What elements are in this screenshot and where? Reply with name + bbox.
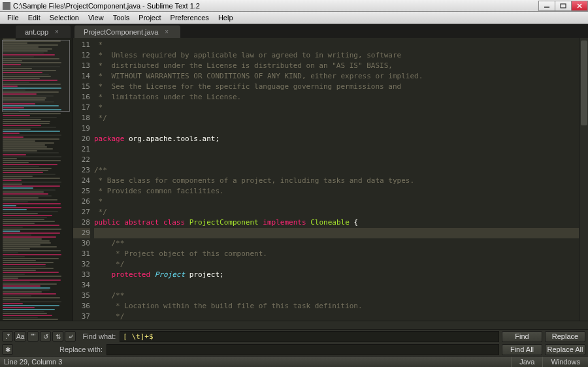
code-line[interactable] [94, 155, 579, 165]
window-title: C:\Sample Files\ProjectComponent.java - … [13, 2, 539, 10]
find-replace-panel: .*Aa""↺⇅⤶ Find what: Find Replace ✱ Repl… [0, 329, 588, 356]
code-line[interactable]: * Location within the build file of this… [94, 301, 579, 311]
find-toggle-0[interactable]: .* [2, 331, 13, 342]
code-line[interactable]: * Unless required by applicable law or a… [94, 50, 579, 61]
preserve-case-toggle[interactable]: ✱ [2, 344, 13, 355]
menu-selection[interactable]: Selection [45, 12, 84, 23]
code-area[interactable]: * * Unless required by applicable law or… [94, 38, 579, 321]
code-line[interactable]: */ [94, 113, 579, 123]
find-toggle-2[interactable]: "" [27, 331, 39, 342]
find-toggle-5[interactable]: ⤶ [65, 331, 76, 342]
replace-input[interactable] [106, 344, 499, 355]
replace-label: Replace with: [15, 345, 106, 353]
status-language[interactable]: Java [511, 357, 542, 367]
code-line[interactable]: * Provides common facilities. [94, 186, 579, 197]
find-toggles: .*Aa""↺⇅⤶ [0, 330, 78, 343]
code-line[interactable]: /** [94, 291, 579, 301]
code-line[interactable] [94, 228, 579, 238]
find-toggle-3[interactable]: ↺ [40, 331, 51, 342]
code-line[interactable] [94, 123, 579, 134]
code-line[interactable]: public abstract class ProjectComponent i… [94, 217, 579, 228]
find-label: Find what: [78, 332, 120, 340]
minimize-button[interactable] [538, 1, 555, 11]
menu-file[interactable]: File [3, 12, 24, 23]
menu-bar: FileEditSelectionViewToolsProjectPrefere… [0, 12, 588, 24]
code-line[interactable] [94, 144, 579, 155]
status-position: Line 29, Column 3 [0, 358, 511, 366]
editor[interactable]: 1112131415161718192021222324252627282930… [73, 38, 588, 321]
vertical-scrollbar[interactable] [579, 38, 588, 321]
menu-preferences[interactable]: Preferences [166, 12, 214, 23]
editor-area: 1112131415161718192021222324252627282930… [0, 38, 588, 321]
code-line[interactable]: * [94, 103, 579, 113]
menu-view[interactable]: View [84, 12, 108, 23]
menu-help[interactable]: Help [214, 12, 238, 23]
tab-strip: ant.cpp×ProjectComponent.java× [0, 24, 588, 38]
code-line[interactable]: protected Project project; [94, 270, 579, 280]
gutter: 1112131415161718192021222324252627282930… [73, 38, 94, 321]
code-line[interactable]: /** [94, 165, 579, 176]
replace-button[interactable]: Replace [545, 331, 585, 342]
code-line[interactable]: * See the License for the specific langu… [94, 82, 579, 92]
svg-rect-1 [561, 4, 566, 8]
status-bar: Line 29, Column 3 Java Windows [0, 356, 588, 367]
code-line[interactable]: /** [94, 238, 579, 249]
find-toggle-4[interactable]: ⇅ [52, 331, 63, 342]
code-line[interactable]: */ [94, 259, 579, 270]
tab-projectcomponent-java[interactable]: ProjectComponent.java× [74, 25, 180, 38]
close-button[interactable] [571, 1, 588, 11]
menu-project[interactable]: Project [134, 12, 165, 23]
code-line[interactable] [94, 280, 579, 291]
tab-close-icon[interactable]: × [55, 28, 59, 35]
tab-ant-cpp[interactable]: ant.cpp× [16, 25, 71, 38]
code-line[interactable]: * [94, 197, 579, 207]
find-toggle-1[interactable]: Aa [14, 331, 26, 342]
tab-close-icon[interactable]: × [165, 28, 169, 35]
replace-toggles: ✱ [0, 343, 15, 356]
minimap[interactable] [0, 38, 73, 321]
tab-label: ProjectComponent.java [84, 28, 158, 36]
app-icon [3, 2, 10, 10]
code-line[interactable]: * distributed under the License is distr… [94, 61, 579, 71]
maximize-button[interactable] [555, 1, 572, 11]
find-input[interactable] [120, 331, 499, 342]
window-titlebar: C:\Sample Files\ProjectComponent.java - … [0, 0, 588, 12]
find-button[interactable]: Find [502, 331, 542, 342]
code-line[interactable]: package org.apache.tools.ant; [94, 134, 579, 144]
find-all-button[interactable]: Find All [502, 344, 542, 355]
replace-all-button[interactable]: Replace All [545, 344, 585, 355]
code-line[interactable]: * limitations under the License. [94, 92, 579, 103]
code-line[interactable]: */ [94, 311, 579, 321]
code-line[interactable]: * WITHOUT WARRANTIES OR CONDITIONS OF AN… [94, 71, 579, 82]
tab-label: ant.cpp [25, 28, 48, 36]
status-lineendings[interactable]: Windows [542, 357, 588, 367]
code-line[interactable]: * Project object of this component. [94, 249, 579, 259]
menu-tools[interactable]: Tools [108, 12, 135, 23]
code-line[interactable]: * Base class for components of a project… [94, 176, 579, 186]
menu-edit[interactable]: Edit [24, 12, 45, 23]
scrollbar-thumb[interactable] [581, 40, 587, 125]
horizontal-scrollbar[interactable] [0, 321, 588, 329]
code-line[interactable]: * [94, 40, 579, 50]
code-line[interactable]: */ [94, 207, 579, 217]
window-controls [539, 1, 588, 11]
